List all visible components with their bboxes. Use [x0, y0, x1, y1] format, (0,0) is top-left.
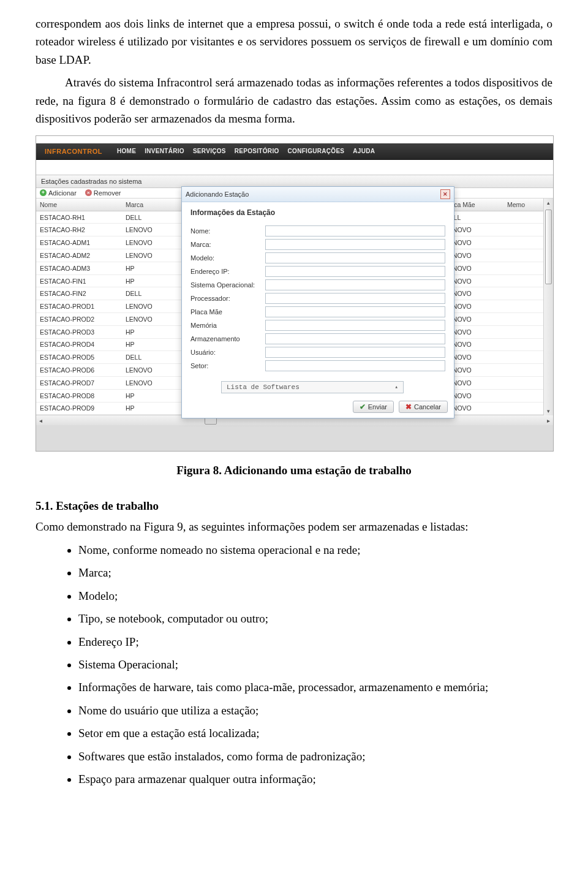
remove-label: Remover: [94, 189, 121, 197]
figure-caption: Figura 8. Adicionando uma estação de tra…: [36, 464, 552, 477]
cell-nome: ESTACAO-PROD5: [36, 354, 122, 361]
form-label: Nome:: [190, 227, 265, 235]
form-input[interactable]: [265, 360, 445, 371]
form-label: Armazenamento: [190, 335, 265, 342]
cell-nome: ESTACAO-ADM2: [36, 252, 122, 259]
list-item: Setor em que a estação está localizada;: [78, 724, 552, 742]
form-label: Sistema Operacional:: [190, 281, 265, 289]
form-row: Endereço IP:: [190, 266, 445, 277]
submit-label: Enviar: [368, 403, 387, 410]
cancel-button[interactable]: ✖ Cancelar: [399, 401, 448, 413]
form-label: Processador:: [190, 295, 265, 302]
list-item: Sistema Operacional;: [78, 656, 552, 673]
plus-icon: +: [40, 189, 47, 196]
app-navbar: INFRACONTROL HOME INVENTÁRIO SERVIÇOS RE…: [36, 143, 553, 160]
cell-nome: ESTACAO-PROD2: [36, 316, 122, 323]
form-row: Placa Mãe: [190, 306, 445, 317]
dialog-title: Adicionando Estação: [186, 191, 249, 198]
list-item: Endereço IP;: [78, 633, 552, 651]
paragraph: Através do sistema Infracontrol será arm…: [36, 74, 552, 127]
form-input[interactable]: [265, 333, 445, 344]
col-memoria-partial[interactable]: Memo: [503, 201, 537, 208]
remove-button[interactable]: × Remover: [85, 189, 121, 197]
form-input[interactable]: [265, 306, 445, 317]
list-item: Nome do usuário que utiliza a estação;: [78, 702, 552, 719]
form-row: Nome:: [190, 225, 445, 236]
cell-nome: ESTACAO-PROD6: [36, 366, 122, 374]
list-item: Modelo;: [78, 587, 552, 605]
paragraph: correspondem aos dois links de internet …: [36, 15, 552, 69]
paragraph: Como demonstrado na Figura 9, as seguint…: [36, 518, 552, 535]
form-input[interactable]: [265, 252, 445, 263]
form-label: Modelo:: [190, 254, 265, 262]
form-row: Marca:: [190, 239, 445, 250]
form-input[interactable]: [265, 239, 445, 250]
form-label: Usuário:: [190, 349, 265, 356]
app-brand: INFRACONTROL: [45, 148, 102, 155]
cell-nome: ESTACAO-PROD7: [36, 379, 122, 387]
cell-nome: ESTACAO-RH2: [36, 226, 122, 233]
software-list-select[interactable]: Lista de Softwares ▴: [221, 381, 404, 393]
scroll-left-icon[interactable]: ◂: [36, 417, 45, 424]
cancel-label: Cancelar: [414, 403, 441, 410]
form-row: Modelo:: [190, 252, 445, 263]
cell-nome: ESTACAO-ADM1: [36, 239, 122, 246]
bullet-list: Nome, conforme nomeado no sistema operac…: [36, 541, 552, 789]
list-item: Tipo, se notebook, computador ou outro;: [78, 610, 552, 627]
list-item: Espaço para armazenar qualquer outra inf…: [78, 770, 552, 788]
add-station-dialog: Adicionando Estação ✕ Informações da Est…: [181, 186, 454, 418]
form-input[interactable]: [265, 320, 445, 331]
cell-nome: ESTACAO-PROD3: [36, 328, 122, 336]
scroll-right-icon[interactable]: ▸: [544, 417, 553, 424]
cell-nome: ESTACAO-FIN2: [36, 290, 122, 297]
list-item: Marca;: [78, 564, 552, 581]
nav-repositorio[interactable]: REPOSITÓRIO: [235, 148, 279, 154]
form-row: Sistema Operacional:: [190, 279, 445, 290]
app-screenshot: INFRACONTROL HOME INVENTÁRIO SERVIÇOS RE…: [36, 135, 554, 452]
nav-servicos[interactable]: SERVIÇOS: [193, 148, 226, 154]
cell-nome: ESTACAO-PROD4: [36, 341, 122, 348]
form-row: Armazenamento: [190, 333, 445, 344]
add-label: Adicionar: [48, 189, 77, 197]
nav-ajuda[interactable]: AJUDA: [353, 148, 375, 154]
form-row: Usuário:: [190, 347, 445, 358]
scroll-down-icon[interactable]: ▾: [544, 407, 553, 415]
cell-nome: ESTACAO-ADM3: [36, 265, 122, 272]
cell-nome: ESTACAO-RH1: [36, 214, 122, 221]
form-input[interactable]: [265, 279, 445, 290]
nav-home[interactable]: HOME: [117, 148, 136, 154]
form-row: Setor:: [190, 360, 445, 371]
form-label: Setor:: [190, 362, 265, 369]
cell-nome: ESTACAO-PROD8: [36, 392, 122, 399]
form-row: Processador:: [190, 293, 445, 304]
form-input[interactable]: [265, 293, 445, 304]
close-icon: ✕: [443, 191, 448, 197]
form-input[interactable]: [265, 347, 445, 358]
dialog-subtitle: Informações da Estação: [182, 202, 454, 221]
cell-nome: ESTACAO-FIN1: [36, 278, 122, 285]
remove-icon: ×: [85, 189, 92, 196]
list-item: Informações de harware, tais como placa-…: [78, 678, 552, 696]
cell-nome: ESTACAO-PROD1: [36, 303, 122, 310]
list-item: Softwares que estão instalados, como for…: [78, 747, 552, 765]
col-nome[interactable]: Nome: [36, 201, 122, 208]
scroll-thumb[interactable]: [545, 210, 552, 284]
nav-inventario[interactable]: INVENTÁRIO: [145, 148, 184, 154]
software-list-label: Lista de Softwares: [227, 384, 300, 391]
dialog-close-button[interactable]: ✕: [440, 189, 450, 199]
submit-button[interactable]: ✔ Enviar: [353, 401, 394, 413]
form-input[interactable]: [265, 225, 445, 236]
nav-configuracoes[interactable]: CONFIGURAÇÕES: [288, 148, 345, 154]
form-label: Memória: [190, 322, 265, 329]
form-row: Memória: [190, 320, 445, 331]
scroll-up-icon[interactable]: ▴: [544, 199, 553, 207]
vertical-scrollbar[interactable]: ▴ ▾: [543, 199, 553, 416]
section-heading: 5.1. Estações de trabalho: [36, 499, 552, 513]
check-icon: ✔: [360, 403, 366, 411]
list-item: Nome, conforme nomeado no sistema operac…: [78, 541, 552, 559]
form-label: Marca:: [190, 241, 265, 248]
cancel-icon: ✖: [405, 403, 412, 411]
form-input[interactable]: [265, 266, 445, 277]
chevron-up-icon: ▴: [395, 384, 398, 390]
add-button[interactable]: + Adicionar: [40, 189, 77, 197]
